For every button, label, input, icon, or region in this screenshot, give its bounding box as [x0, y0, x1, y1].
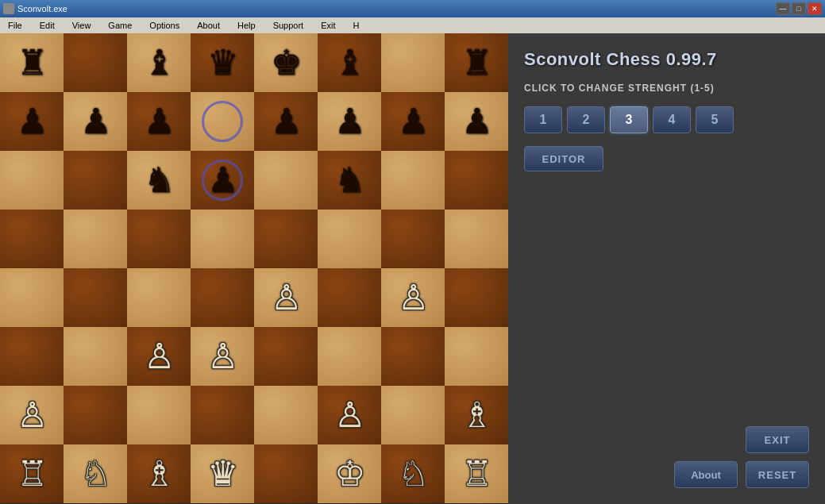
cell-6-7[interactable]: ♗ [445, 386, 508, 444]
cell-1-1[interactable]: ♟ [64, 92, 127, 151]
cell-5-1[interactable] [64, 327, 127, 386]
editor-button[interactable]: EDITOR [524, 146, 603, 171]
cell-4-1[interactable] [64, 268, 127, 327]
cell-4-5[interactable] [318, 268, 381, 327]
cell-4-7[interactable] [445, 268, 508, 327]
strength-3-button[interactable]: 3 [610, 106, 648, 133]
cell-5-7[interactable] [445, 327, 508, 386]
menu-help[interactable]: Help [233, 19, 260, 32]
cell-1-4[interactable]: ♟ [254, 92, 318, 151]
cell-2-2[interactable]: ♞ [127, 151, 191, 210]
strength-2-button[interactable]: 2 [567, 106, 605, 133]
window-title: Sconvolt.exe [17, 4, 67, 13]
piece-7-6: ♘ [398, 456, 429, 491]
cell-0-2[interactable]: ♝ [127, 33, 191, 92]
cell-7-7[interactable]: ♖ [445, 444, 508, 503]
cell-3-5[interactable] [318, 210, 381, 268]
strength-4-button[interactable]: 4 [653, 106, 691, 133]
strength-5-button[interactable]: 5 [696, 106, 734, 133]
cell-5-6[interactable] [381, 327, 445, 386]
piece-4-4: ♙ [271, 280, 302, 315]
about-button[interactable]: About [674, 461, 738, 488]
cell-1-0[interactable]: ♟ [0, 92, 64, 151]
cell-1-3[interactable] [191, 92, 254, 151]
cell-7-0[interactable]: ♖ [0, 444, 64, 503]
menu-bar: FileEditViewGameOptionsAboutHelpSupportE… [0, 17, 825, 33]
menu-exit[interactable]: Exit [316, 19, 340, 32]
cell-5-0[interactable] [0, 327, 64, 386]
cell-5-5[interactable] [318, 327, 381, 386]
cell-3-4[interactable] [254, 210, 318, 268]
menu-options[interactable]: Options [145, 19, 184, 32]
cell-6-3[interactable] [191, 386, 254, 444]
cell-6-2[interactable] [127, 386, 191, 444]
minimize-button[interactable]: — [776, 2, 790, 15]
cell-1-7[interactable]: ♟ [445, 92, 508, 151]
cell-3-7[interactable] [445, 210, 508, 268]
cell-2-5[interactable]: ♞ [318, 151, 381, 210]
app-title: Sconvolt Chess 0.99.7 [524, 49, 809, 70]
cell-0-1[interactable] [64, 33, 127, 92]
piece-5-3: ♙ [207, 339, 238, 374]
cell-1-2[interactable]: ♟ [127, 92, 191, 151]
cell-7-3[interactable]: ♛ [191, 444, 254, 503]
cell-6-1[interactable] [64, 386, 127, 444]
cell-6-5[interactable]: ♙ [318, 386, 381, 444]
cell-3-3[interactable] [191, 210, 254, 268]
cell-2-4[interactable] [254, 151, 318, 210]
strength-label: CLICK TO CHANGE STRENGHT (1-5) [524, 83, 809, 94]
cell-7-5[interactable]: ♔ [318, 444, 381, 503]
cell-6-6[interactable] [381, 386, 445, 444]
cell-0-6[interactable] [381, 33, 445, 92]
piece-7-2: ♗ [144, 456, 175, 491]
close-button[interactable]: ✕ [808, 2, 822, 15]
menu-view[interactable]: View [67, 19, 96, 32]
cell-7-6[interactable]: ♘ [381, 444, 445, 503]
cell-3-0[interactable] [0, 210, 64, 268]
reset-button[interactable]: RESET [746, 461, 809, 488]
menu-file[interactable]: File [3, 19, 27, 32]
cell-2-6[interactable] [381, 151, 445, 210]
right-panel: Sconvolt Chess 0.99.7 CLICK TO CHANGE ST… [508, 33, 825, 504]
cell-1-5[interactable]: ♟ [318, 92, 381, 151]
piece-7-1: ♘ [80, 456, 111, 491]
cell-7-4[interactable] [254, 444, 318, 503]
cell-4-3[interactable] [191, 268, 254, 327]
cell-7-1[interactable]: ♘ [64, 444, 127, 503]
cell-4-4[interactable]: ♙ [254, 268, 318, 327]
cell-6-0[interactable]: ♙ [0, 386, 64, 444]
cell-3-2[interactable] [127, 210, 191, 268]
piece-1-2: ♟ [144, 104, 175, 139]
cell-3-1[interactable] [64, 210, 127, 268]
strength-1-button[interactable]: 1 [524, 106, 562, 133]
cell-7-2[interactable]: ♗ [127, 444, 191, 503]
cell-5-2[interactable]: ♙ [127, 327, 191, 386]
menu-support[interactable]: Support [268, 19, 309, 32]
cell-0-7[interactable]: ♜ [445, 33, 508, 92]
cell-4-0[interactable] [0, 268, 64, 327]
cell-0-5[interactable]: ♝ [318, 33, 381, 92]
cell-0-4[interactable]: ♚ [254, 33, 318, 92]
menu-h[interactable]: H [349, 19, 364, 32]
menu-edit[interactable]: Edit [35, 19, 60, 32]
exit-button[interactable]: EXIT [746, 426, 809, 453]
cell-2-0[interactable] [0, 151, 64, 210]
cell-2-3[interactable]: ♟ [191, 151, 254, 210]
maximize-button[interactable]: □ [792, 2, 806, 15]
cell-6-4[interactable] [254, 386, 318, 444]
cell-1-6[interactable]: ♟ [381, 92, 445, 151]
menu-about[interactable]: About [192, 19, 225, 32]
cell-4-2[interactable] [127, 268, 191, 327]
cell-5-3[interactable]: ♙ [191, 327, 254, 386]
cell-2-7[interactable] [445, 151, 508, 210]
cell-0-0[interactable]: ♜ [0, 33, 64, 92]
cell-2-1[interactable] [64, 151, 127, 210]
cell-5-4[interactable] [254, 327, 318, 386]
piece-0-5: ♝ [334, 45, 365, 80]
cell-3-6[interactable] [381, 210, 445, 268]
cell-0-3[interactable]: ♛ [191, 33, 254, 92]
piece-6-0: ♙ [17, 398, 48, 433]
chess-board[interactable]: ♜♝♛♚♝♜♟♟♟♟♟♟♟♞♟♞♙♙♙♙♙♙♗♖♘♗♛♔♘♖ [0, 33, 508, 503]
menu-game[interactable]: Game [103, 19, 137, 32]
cell-4-6[interactable]: ♙ [381, 268, 445, 327]
